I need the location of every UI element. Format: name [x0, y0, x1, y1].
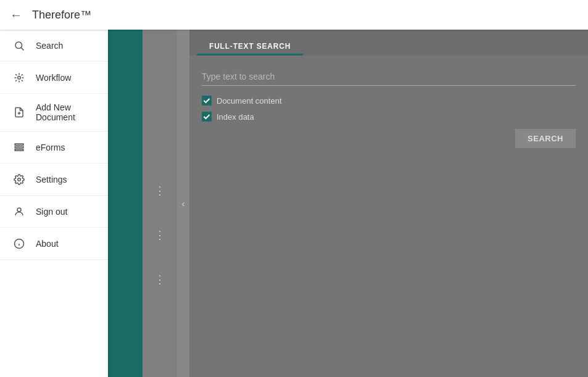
sidebar-item-eforms[interactable]: eForms — [0, 131, 108, 164]
svg-rect-6 — [15, 146, 23, 147]
eforms-icon — [12, 142, 26, 153]
panels-row: ⋮ ⋮ ⋮ ‹ FULL-TEXT SEARCH — [108, 30, 588, 377]
settings-icon — [12, 174, 26, 185]
collapse-button[interactable]: ‹ — [177, 30, 189, 377]
sidebar-settings-label: Settings — [36, 175, 67, 184]
app-title: Therefore™ — [32, 9, 91, 22]
sidebar-item-workflow[interactable]: Workflow — [0, 62, 108, 94]
svg-point-0 — [15, 42, 22, 49]
sign-out-icon — [12, 206, 26, 217]
dots-button-2[interactable]: ⋮ — [154, 228, 165, 242]
index-data-label: Index data — [217, 112, 254, 122]
sidebar-item-sign-out[interactable]: Sign out — [0, 196, 108, 228]
teal-column — [108, 30, 143, 377]
document-content-label: Document content — [217, 96, 282, 106]
workflow-icon — [12, 72, 26, 83]
collapse-icon: ‹ — [182, 199, 185, 209]
search-input-row — [202, 68, 576, 86]
search-button-row: SEARCH — [202, 129, 576, 148]
sidebar-item-settings[interactable]: Settings — [0, 164, 108, 196]
sidebar-item-search[interactable]: Search — [0, 30, 108, 62]
sidebar: Search Workflow Add New Docu — [0, 30, 108, 377]
svg-rect-5 — [15, 144, 23, 145]
svg-rect-7 — [15, 149, 23, 151]
search-input[interactable] — [202, 68, 576, 85]
document-content-checkbox-row: Document content — [202, 96, 576, 106]
tab-full-text-search[interactable]: FULL-TEXT SEARCH — [197, 37, 303, 56]
back-button[interactable]: ← — [10, 8, 22, 22]
dots-button-3[interactable]: ⋮ — [154, 273, 165, 286]
top-bar: ← Therefore™ — [0, 0, 588, 30]
svg-point-2 — [18, 76, 21, 79]
search-button[interactable]: SEARCH — [515, 129, 576, 148]
svg-point-9 — [17, 208, 21, 212]
svg-line-1 — [21, 48, 23, 50]
sidebar-item-about[interactable]: About — [0, 228, 108, 260]
sidebar-add-document-label: Add New Document — [36, 102, 96, 122]
about-icon — [12, 238, 26, 249]
sidebar-eforms-label: eForms — [36, 143, 65, 152]
sidebar-item-add-new-document[interactable]: Add New Document — [0, 94, 108, 131]
sidebar-workflow-label: Workflow — [36, 73, 71, 83]
index-data-checkbox[interactable] — [202, 112, 212, 122]
tab-bar: FULL-TEXT SEARCH — [189, 30, 588, 56]
dots-button-1[interactable]: ⋮ — [154, 184, 165, 197]
search-content: Document content Index data SEARCH — [189, 56, 588, 160]
index-data-checkbox-row: Index data — [202, 112, 576, 122]
document-content-checkbox[interactable] — [202, 96, 212, 106]
middle-panel: ⋮ ⋮ ⋮ — [143, 30, 177, 377]
content-column: FULL-TEXT SEARCH Document content — [189, 30, 588, 377]
main-area: Search Workflow Add New Docu — [0, 30, 588, 377]
add-document-icon — [12, 107, 26, 118]
sidebar-about-label: About — [36, 239, 59, 249]
svg-point-8 — [18, 178, 21, 181]
sidebar-sign-out-label: Sign out — [36, 207, 67, 217]
search-icon — [12, 40, 26, 51]
sidebar-search-label: Search — [36, 41, 63, 51]
